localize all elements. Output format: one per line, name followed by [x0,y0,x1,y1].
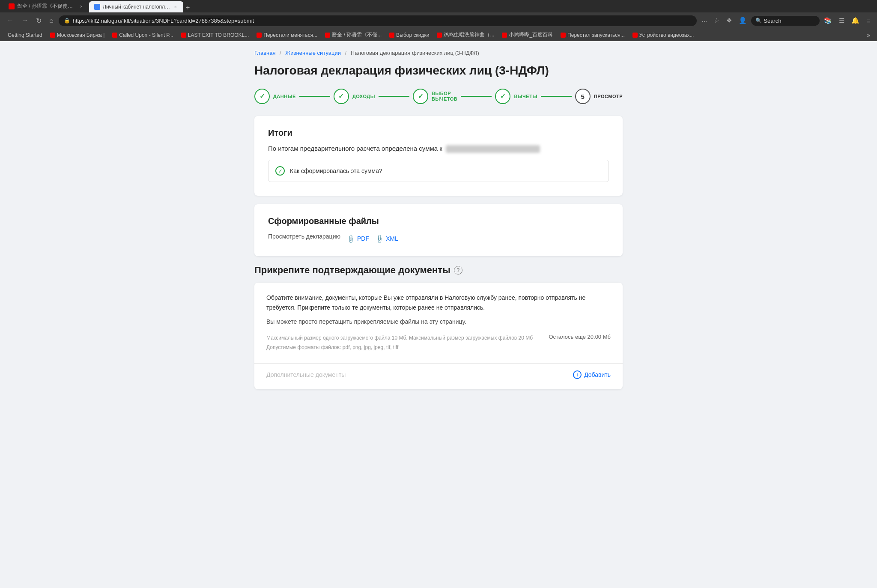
bookmark-label: Перестали меняться... [263,32,317,38]
jiming-favicon [437,33,442,38]
breadcrumb-home[interactable]: Главная [254,50,275,56]
address-bar[interactable]: 🔒 https://lkfl2.nalog.ru/lkfl/situations… [59,15,697,26]
step-connector-4 [541,96,572,97]
bookmarks-more-button[interactable]: » [864,31,873,39]
bookmark-called[interactable]: Called Upon - Silent P... [109,31,177,39]
bookmark-perestalz[interactable]: Перестал запускаться... [557,31,628,39]
info-row[interactable]: ✓ Как сформировалась эта сумма? [268,160,609,182]
bookmark-ustroystvo[interactable]: Устройство видеозах... [629,31,698,39]
browser-toolbar: ← → ↻ ⌂ 🔒 https://lkfl2.nalog.ru/lkfl/si… [0,12,877,29]
bookmark-label: 小鸡哔哔_百度百科 [509,31,553,39]
back-button[interactable]: ← [4,15,16,26]
xml-link[interactable]: 📎 XML [376,235,398,242]
menu-icon[interactable]: ≡ [864,15,873,26]
bookmark-label: 鸡鸣虫唱洗脑神曲（... [444,31,494,39]
add-button-label: Добавить [584,371,611,378]
profile-icon[interactable]: 👤 [736,15,749,26]
step-choice: ✓ ВЫБОР ВЫЧЕТОВ [413,89,457,104]
attach-card: Обратите внимание, документы, которые Вы… [254,283,623,389]
step-deductions-circle: ✓ [495,89,510,104]
bookmark-jiangyuan[interactable]: 酱全 / 孙语霏《不僅... [322,30,385,39]
tab-nalog[interactable]: Личный кабинет налогопла... × [89,1,183,12]
reload-button[interactable]: ↻ [33,15,44,26]
notification-icon[interactable]: 🔔 [849,15,862,26]
bookmark-label: 酱全 / 孙语霏《不僅... [332,31,382,39]
moex-favicon [50,33,55,38]
drag-notice: Вы можете просто перетащить прикрепляемы… [266,318,611,325]
step-deductions-check: ✓ [500,93,506,100]
xml-clip-icon: 📎 [375,234,385,244]
bookmark-perestali[interactable]: Перестали меняться... [253,31,321,39]
last-exit-favicon [181,33,186,38]
search-icon: 🔍 [755,18,762,24]
tab-youtube[interactable]: 酱全 / 孙语霏《不促使是... × [3,0,89,12]
page-title: Налоговая декларация физических лиц (3-Н… [254,63,623,78]
remaining-space: Осталось еще 20.00 Мб [549,334,611,340]
bookmark-moex[interactable]: Московская Биржа | [47,31,108,39]
tab-nalog-close[interactable]: × [173,4,178,10]
attach-section-header: Прикрепите подтверждающие документы ? [254,265,623,276]
perestalz-favicon [561,33,566,38]
tabs-row: 酱全 / 孙语霏《不促使是... × Личный кабинет налого… [0,0,877,12]
bookmark-getting-started[interactable]: Getting Started [4,31,46,39]
youtube-favicon [9,3,15,9]
bookmark-jiming[interactable]: 鸡鸣虫唱洗脑神曲（... [433,30,498,39]
search-box[interactable]: 🔍 Search [751,16,820,26]
step-view-number: 5 [581,93,585,100]
step-income-label: ДОХОДЫ [352,94,375,99]
pdf-clip-icon: 📎 [346,234,356,244]
files-card: Сформированные файлы Просмотреть деклара… [254,204,623,256]
add-documents-button[interactable]: + Добавить [573,370,611,379]
tab-youtube-title: 酱全 / 孙语霏《不促使是... [17,3,76,10]
step-deductions: ✓ ВЫЧЕТЫ [495,89,537,104]
summary-text-label: По итогам предварительного расчета опред… [268,145,442,152]
constraint-line2: Допустимые форматы файлов: pdf, png, jpg… [266,343,533,352]
help-icon[interactable]: ? [454,266,462,275]
add-circle-icon: + [573,370,582,379]
bookmark-label: Московская Биржа | [57,32,105,38]
address-url: https://lkfl2.nalog.ru/lkfl/situations/3… [73,18,254,24]
forward-button[interactable]: → [19,15,31,26]
search-placeholder: Search [764,18,781,24]
step-income-check: ✓ [338,93,344,100]
library-icon[interactable]: 📚 [821,15,835,26]
bookmark-star-icon[interactable]: ☆ [711,15,722,26]
browser-chrome: 酱全 / 孙语霏《不促使是... × Личный кабинет налого… [0,0,877,41]
bookmark-vybor[interactable]: Выбор скидки [386,31,433,39]
breadcrumb-sep-2: / [345,50,347,56]
steps-row: ✓ ДАННЫЕ ✓ ДОХОДЫ ✓ ВЫБОР ВЫЧЕТОВ [254,89,623,104]
jiangyuan-favicon [325,33,330,38]
extensions-icon[interactable]: ❖ [724,15,734,26]
breadcrumb-current: Налоговая декларация физических лиц (3-Н… [351,50,479,56]
help-symbol: ? [456,267,459,273]
xml-label: XML [386,235,398,242]
perestali-favicon [257,33,262,38]
bookmark-xiaojibeibei[interactable]: 小鸡哔哔_百度百科 [498,30,556,39]
home-button[interactable]: ⌂ [47,15,56,26]
new-tab-button[interactable]: + [183,3,192,12]
step-connector-3 [461,96,492,97]
plus-symbol: + [576,372,579,378]
bookmark-last-exit[interactable]: LAST EXIT TO BROOKL... [178,31,253,39]
attach-notice: Обратите внимание, документы, которые Вы… [266,293,611,312]
step-deductions-label: ВЫЧЕТЫ [514,94,537,99]
xiaojibeibei-favicon [502,33,507,38]
step-income: ✓ ДОХОДЫ [334,89,375,104]
file-links: Просмотреть декларацию 📎 PDF 📎 XML [268,233,609,244]
step-data: ✓ ДАННЫЕ [254,89,296,104]
sidebar-icon[interactable]: ☰ [836,15,847,26]
page-content: Главная / Жизненные ситуации / Налоговая… [0,41,877,582]
bookmark-label: Перестал запускаться... [567,32,625,38]
step-connector-1 [299,96,330,97]
blurred-amount [446,145,540,153]
breadcrumb: Главная / Жизненные ситуации / Налоговая… [254,50,623,56]
pdf-link[interactable]: 📎 PDF [347,235,369,242]
more-icon[interactable]: ··· [699,15,710,26]
tab-youtube-close[interactable]: × [79,3,84,9]
step-view-circle: 5 [575,89,591,104]
toolbar-right: ··· ☆ ❖ 👤 🔍 Search 📚 ☰ 🔔 ≡ [699,15,873,26]
breadcrumb-situations[interactable]: Жизненные ситуации [285,50,341,56]
step-connector-2 [379,96,409,97]
constraint-row: Максимальный размер одного загружаемого … [266,334,611,355]
check-symbol: ✓ [278,168,283,174]
